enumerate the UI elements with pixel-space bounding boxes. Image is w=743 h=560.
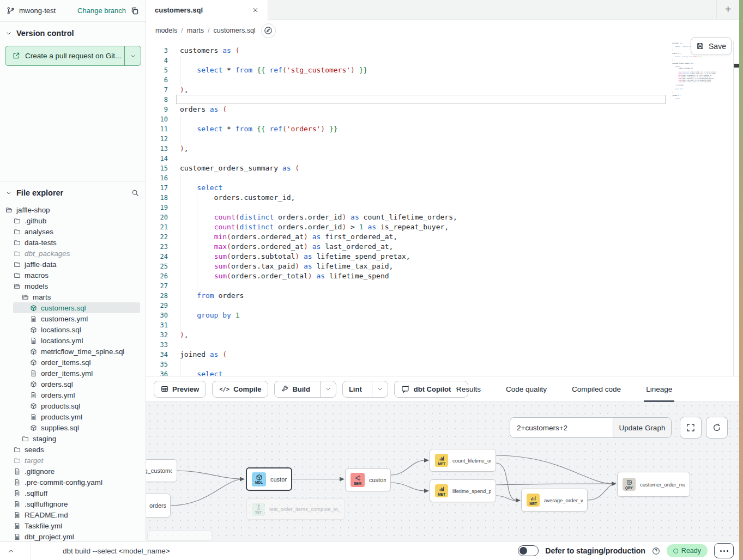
- lineage-node-lifetime_spend_pretax[interactable]: METlifetime_spend_pretax: [430, 479, 496, 502]
- file-tree-item[interactable]: marts: [0, 291, 146, 302]
- file-tree-item[interactable]: .github: [0, 215, 146, 226]
- chevron-up-icon[interactable]: [0, 547, 22, 555]
- file-tree-item[interactable]: order_items.yml: [0, 368, 146, 379]
- code-line[interactable]: 33: [146, 340, 457, 350]
- search-icon[interactable]: [131, 189, 139, 197]
- lint-button[interactable]: Lint: [342, 381, 388, 398]
- tab-lineage[interactable]: Lineage: [633, 376, 685, 401]
- file-tree-item[interactable]: data-tests: [0, 237, 146, 248]
- lineage-panel[interactable]: MDLstg_customersMDLordersMDLcustomersTST…: [146, 402, 739, 541]
- code-line[interactable]: 34joined as (: [146, 350, 457, 360]
- version-control-header[interactable]: Version control: [0, 22, 146, 42]
- file-tree-item[interactable]: analyses: [0, 226, 146, 237]
- file-tree-item[interactable]: .sqlfluff: [0, 488, 146, 498]
- code-editor[interactable]: 3customers as (45 select * from {{ ref('…: [146, 41, 739, 376]
- file-tree-item[interactable]: jaffle-shop: [0, 204, 146, 215]
- code-line[interactable]: 17 select: [146, 183, 457, 193]
- defer-toggle[interactable]: [518, 545, 539, 556]
- code-line[interactable]: 23 max(orders.ordered_at) as last_ordere…: [146, 242, 457, 252]
- update-graph-button[interactable]: Update Graph: [613, 418, 671, 437]
- file-tree-item[interactable]: orders.yml: [0, 389, 146, 400]
- code-line[interactable]: 18 orders.customer_id,: [146, 193, 457, 203]
- refresh-button[interactable]: [706, 417, 728, 439]
- code-line[interactable]: 21 count(distinct orders.order_id) > 1 a…: [146, 222, 457, 232]
- file-tree-item[interactable]: dbt_project.yml: [0, 531, 146, 541]
- code-line[interactable]: 20 count(distinct orders.order_id) as co…: [146, 212, 457, 222]
- help-icon[interactable]: [652, 547, 660, 555]
- code-line[interactable]: 12: [146, 134, 457, 144]
- code-line[interactable]: 5 select * from {{ ref('stg_customers') …: [146, 65, 457, 75]
- code-line[interactable]: 19: [146, 203, 457, 212]
- file-tree-item[interactable]: target: [0, 455, 146, 466]
- explore-lineage-button[interactable]: [261, 23, 276, 38]
- code-line[interactable]: 36 select: [146, 369, 457, 376]
- build-button[interactable]: Build: [274, 381, 336, 398]
- file-tree-item[interactable]: models: [0, 281, 146, 291]
- file-tree-item[interactable]: supplies.sql: [0, 422, 146, 433]
- file-tree-item[interactable]: README.md: [0, 509, 146, 520]
- code-line[interactable]: 11 select * from {{ ref('orders') }}: [146, 124, 457, 134]
- compile-button[interactable]: </> Compile: [212, 381, 268, 398]
- code-line[interactable]: 15customer_orders_summary as (: [146, 163, 457, 173]
- code-line[interactable]: 16: [146, 173, 457, 183]
- file-tree-item[interactable]: jaffle-data: [0, 259, 146, 270]
- file-tree-item[interactable]: dbt_packages: [0, 248, 146, 259]
- file-tree-item[interactable]: Taskfile.yml: [0, 520, 146, 531]
- create-pr-button[interactable]: Create a pull request on Git...: [5, 46, 141, 66]
- lineage-node-test_order_items_compute_to_bools-[interactable]: TSTtest_order_items_compute_to_bools...: [246, 498, 345, 520]
- file-explorer-header[interactable]: File explorer: [0, 181, 146, 202]
- file-tree-item[interactable]: .pre-commit-config.yaml: [0, 477, 146, 488]
- tab-customers-sql[interactable]: customers.sql: [146, 0, 268, 20]
- file-tree-item[interactable]: metricflow_time_spine.sql: [0, 346, 146, 357]
- close-icon[interactable]: [252, 7, 259, 14]
- lineage-filter-input[interactable]: [510, 418, 613, 437]
- code-line[interactable]: 10: [146, 114, 457, 124]
- lineage-node-customers[interactable]: MDLcustomers: [246, 467, 292, 491]
- code-line[interactable]: 13),: [146, 144, 457, 154]
- dbt-command-input[interactable]: [62, 546, 389, 556]
- code-line[interactable]: 24 sum(orders.subtotal) as lifetime_spen…: [146, 252, 457, 261]
- lineage-node-orders[interactable]: MDLorders: [146, 494, 171, 518]
- file-tree-item[interactable]: products.sql: [0, 400, 146, 411]
- file-tree-item[interactable]: order_items.sql: [0, 357, 146, 368]
- code-line[interactable]: 28 from orders: [146, 291, 457, 301]
- code-line[interactable]: 9orders as (: [146, 105, 457, 114]
- file-tree-item[interactable]: customers.sql: [0, 302, 146, 313]
- file-tree-item[interactable]: .sqlfluffignore: [0, 498, 146, 509]
- file-tree-item[interactable]: macros: [0, 270, 146, 281]
- lint-dropdown-chevron[interactable]: [372, 381, 388, 397]
- build-dropdown-chevron[interactable]: [320, 381, 336, 397]
- more-options-button[interactable]: [714, 543, 734, 558]
- code-line[interactable]: 31: [146, 320, 457, 330]
- code-line[interactable]: 35: [146, 360, 457, 369]
- change-branch-link[interactable]: Change branch: [77, 7, 126, 15]
- file-tree-item[interactable]: orders.sql: [0, 379, 146, 389]
- code-line[interactable]: 25 sum(orders.tax_paid) as lifetime_tax_…: [146, 261, 457, 271]
- new-tab-button[interactable]: +: [716, 0, 739, 19]
- tab-code-quality[interactable]: Code quality: [493, 376, 559, 401]
- code-line[interactable]: 26 sum(orders.order_total) as lifetime_s…: [146, 271, 457, 281]
- code-line[interactable]: 32),: [146, 330, 457, 340]
- file-tree-item[interactable]: products.yml: [0, 411, 146, 422]
- code-line[interactable]: 29: [146, 301, 457, 311]
- tab-compiled-code[interactable]: Compiled code: [559, 376, 633, 401]
- file-tree-item[interactable]: locations.sql: [0, 324, 146, 335]
- copy-icon[interactable]: [130, 7, 139, 15]
- lineage-node-customers[interactable]: SEMcustomers: [345, 468, 391, 491]
- preview-button[interactable]: Preview: [154, 381, 206, 398]
- lineage-node-customer_order_metrics[interactable]: QRYcustomer_order_metrics: [617, 472, 690, 497]
- lineage-node-count_lifetime_orders[interactable]: METcount_lifetime_orders: [430, 449, 496, 472]
- file-tree-item[interactable]: seeds: [0, 444, 146, 455]
- fullscreen-button[interactable]: [680, 417, 702, 439]
- code-line[interactable]: 8: [146, 95, 457, 105]
- code-line[interactable]: 27: [146, 281, 457, 291]
- scrollbar-thumb[interactable]: [734, 64, 739, 68]
- editor-scrollbar[interactable]: [733, 41, 739, 376]
- save-button[interactable]: Save: [691, 37, 732, 55]
- lineage-node-average_order_value[interactable]: METaverage_order_value: [521, 489, 588, 512]
- breadcrumb-item[interactable]: marts: [187, 27, 204, 34]
- code-line[interactable]: 22 min(orders.ordered_at) as first_order…: [146, 232, 457, 242]
- code-line[interactable]: 3customers as (: [146, 46, 457, 56]
- code-line[interactable]: 14: [146, 154, 457, 163]
- code-line[interactable]: 7),: [146, 85, 457, 95]
